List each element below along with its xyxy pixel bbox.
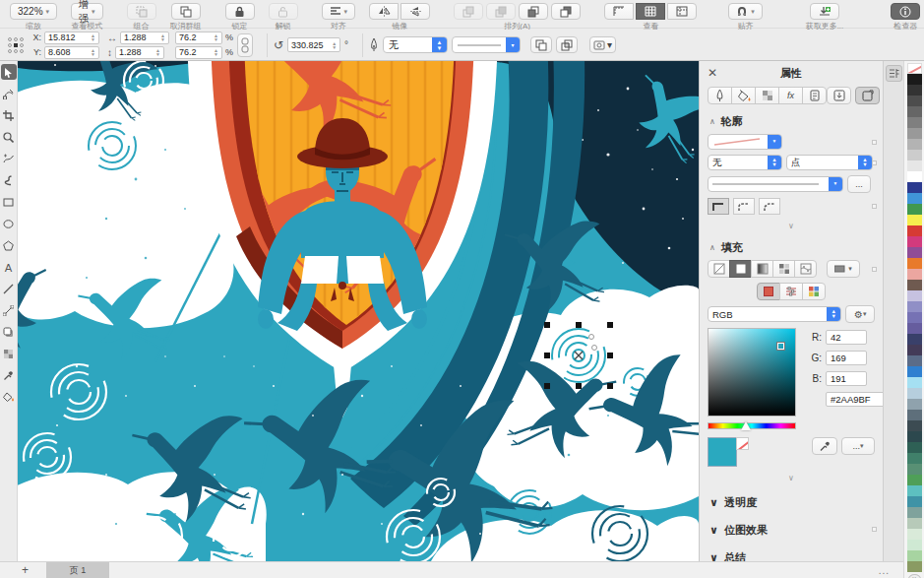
stepper-icon[interactable]: ▲▼ [329, 41, 337, 49]
export-properties-button[interactable] [827, 87, 851, 104]
snap-dropdown[interactable]: ▾ [728, 3, 763, 20]
lock-ratio-button[interactable] [237, 33, 253, 57]
hue-slider-handle[interactable] [741, 421, 751, 430]
unlock-button[interactable] [269, 3, 298, 20]
palette-swatch[interactable] [907, 345, 922, 355]
palette-swatch[interactable] [907, 540, 922, 550]
object-width-field[interactable]: 1.288▲▼ [120, 32, 169, 44]
grid-toggle-button[interactable] [636, 3, 665, 20]
text-tool[interactable]: A [1, 259, 17, 275]
docker-toggle-button[interactable] [886, 65, 902, 82]
palette-swatch[interactable] [907, 85, 922, 96]
palette-swatch[interactable] [907, 485, 922, 496]
bevel-corner-button[interactable] [759, 198, 780, 215]
uniform-fill-button[interactable] [729, 260, 752, 278]
palette-swatch[interactable] [907, 106, 922, 117]
checkbox[interactable] [872, 527, 877, 532]
rotation-angle-field[interactable]: 330.825▲▼ [287, 37, 340, 52]
ungroup-button[interactable] [171, 3, 201, 20]
align-dropdown[interactable]: ▾ [322, 3, 356, 20]
checkbox[interactable] [872, 161, 877, 165]
palette-swatch[interactable] [907, 496, 922, 507]
palette-swatch[interactable] [907, 74, 922, 85]
palette-swatch[interactable] [907, 290, 922, 301]
fill-picker-dropdown[interactable]: ▾ [827, 260, 860, 278]
shape-tool[interactable] [1, 86, 17, 101]
pattern-fill-button[interactable] [772, 260, 795, 278]
palette-swatch[interactable] [907, 550, 922, 561]
color-model-select[interactable]: RGB▲▼ [708, 306, 841, 322]
guidelines-toggle-button[interactable] [667, 3, 697, 20]
palette-swatch[interactable] [907, 366, 922, 377]
hue-slider[interactable] [708, 422, 796, 429]
miter-corner-button[interactable] [708, 198, 729, 215]
palette-swatch[interactable] [907, 464, 922, 475]
lock-button[interactable] [225, 3, 255, 20]
wrap-front-button[interactable] [530, 36, 552, 53]
outline-style-select[interactable]: ▾ [708, 176, 843, 192]
palette-swatch[interactable] [907, 561, 922, 572]
palette-swatch[interactable] [907, 301, 922, 312]
palette-swatch[interactable] [907, 258, 922, 269]
rulers-toggle-button[interactable] [604, 3, 634, 20]
palette-swatch[interactable] [907, 236, 922, 247]
document-tab[interactable] [802, 87, 827, 104]
scale-width-field[interactable]: 76.2▲▼ [175, 32, 222, 44]
current-color-swatch[interactable] [708, 437, 737, 467]
stepper-icon[interactable]: ▲▼ [157, 33, 165, 41]
page-tab[interactable]: 页 1 [46, 562, 109, 578]
wrap-back-button[interactable] [556, 36, 578, 53]
palette-swatch[interactable] [907, 453, 922, 464]
outline-width-preview-select[interactable]: ▾ [708, 134, 782, 150]
backward-one-button[interactable] [519, 3, 548, 20]
palette-swatch[interactable] [907, 225, 922, 236]
palette-swatch[interactable] [907, 128, 922, 139]
palette-swatch[interactable] [907, 280, 922, 290]
object-height-field[interactable]: 1.288▲▼ [115, 46, 164, 59]
fill-section-header[interactable]: ∧填充 [709, 240, 875, 255]
blue-value-field[interactable]: 191 [826, 371, 867, 386]
view-mode-select[interactable]: 增强▾ [71, 3, 103, 20]
pick-tool[interactable] [1, 64, 17, 80]
to-back-button[interactable] [551, 3, 581, 20]
forward-one-button[interactable] [486, 3, 516, 20]
artistic-media-tool[interactable] [1, 172, 17, 188]
freehand-tool[interactable] [1, 151, 17, 166]
get-more-button[interactable] [810, 3, 839, 20]
transparency-tab[interactable] [755, 87, 779, 104]
rectangle-tool[interactable] [1, 194, 17, 210]
palette-swatch[interactable] [907, 518, 922, 529]
frame-mode-button[interactable] [855, 87, 880, 104]
palette-swatch[interactable] [907, 323, 922, 334]
fountain-fill-button[interactable] [751, 260, 773, 278]
palette-swatch[interactable] [907, 355, 922, 366]
fill-tab[interactable] [731, 87, 756, 104]
outline-width-select[interactable]: 无▲▼ [708, 155, 782, 170]
drop-shadow-tool[interactable] [1, 324, 17, 340]
outline-units-select[interactable]: 点▲▼ [786, 155, 873, 170]
polygon-tool[interactable] [1, 237, 17, 253]
palette-swatch[interactable] [907, 117, 922, 128]
palette-swatch[interactable] [907, 247, 922, 258]
color-viewer-button[interactable] [757, 283, 780, 300]
eyedropper-button[interactable] [812, 437, 837, 455]
effects-tab[interactable]: fx [778, 87, 803, 104]
stepper-icon[interactable]: ▲▼ [153, 48, 160, 56]
palette-no-color-swatch[interactable] [907, 63, 922, 74]
inspector-button[interactable] [891, 3, 920, 20]
palette-swatch[interactable] [907, 161, 922, 171]
no-color-swatch[interactable] [736, 437, 749, 450]
line-tool[interactable] [1, 281, 17, 296]
palette-swatch[interactable] [907, 410, 922, 420]
palette-swatch[interactable] [907, 377, 922, 388]
palette-swatch[interactable] [907, 420, 922, 431]
to-front-button[interactable] [454, 3, 483, 20]
palette-swatch[interactable] [907, 442, 922, 453]
crop-tool[interactable] [1, 107, 17, 123]
stepper-icon[interactable]: ▲▼ [88, 33, 95, 41]
y-position-field[interactable]: 8.608▲▼ [44, 46, 99, 59]
color-sliders-button[interactable] [779, 283, 803, 300]
palette-swatch[interactable] [907, 269, 922, 280]
ellipse-tool[interactable] [1, 216, 17, 231]
scale-height-field[interactable]: 76.2▲▼ [175, 46, 222, 59]
